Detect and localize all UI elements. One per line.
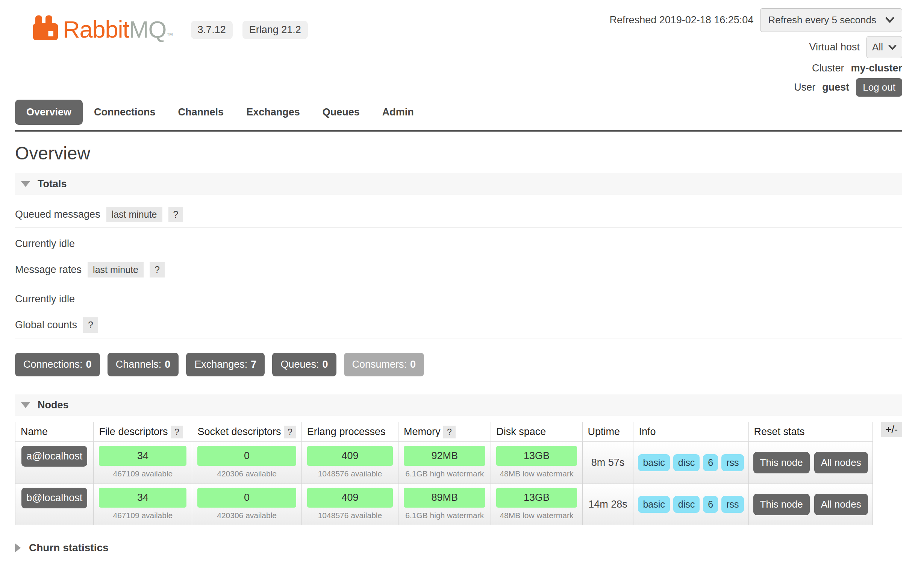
col-info-label: Info	[639, 426, 656, 437]
connections-count-badge[interactable]: Connections:0	[15, 353, 100, 376]
socket-descriptors-bar: 0	[197, 488, 296, 508]
queued-messages-status: Currently idle	[15, 238, 902, 250]
queued-messages-help[interactable]: ?	[168, 207, 183, 222]
col-uptime: Uptime	[582, 422, 633, 442]
connections-count-value: 0	[86, 359, 92, 370]
col-socket-descriptors: Socket descriptors ?	[192, 422, 301, 442]
reset-all-nodes-button[interactable]: All nodes	[814, 494, 868, 515]
col-memory-label: Memory	[404, 426, 441, 437]
file-descriptors-cell: 34 467109 available	[94, 484, 192, 525]
channels-count-badge[interactable]: Channels:0	[108, 353, 179, 376]
node-name-badge[interactable]: b@localhost	[21, 488, 87, 508]
memory-cell: 89MB 6.1GB high watermark	[398, 484, 491, 525]
queues-count-value: 0	[322, 359, 328, 370]
info-cell: basic disc 6 rss	[633, 484, 748, 525]
global-counts-help[interactable]: ?	[83, 317, 98, 333]
disk-space-cell: 13GB 48MB low watermark	[491, 484, 582, 525]
chevron-down-icon	[888, 45, 897, 50]
message-rates-help[interactable]: ?	[150, 262, 165, 277]
memory-help[interactable]: ?	[443, 426, 456, 438]
virtual-host-row: Virtual host All	[809, 36, 902, 58]
reset-this-node-button[interactable]: This node	[753, 452, 810, 473]
socket-descriptors-bar: 0	[197, 446, 296, 466]
chevron-down-icon	[885, 17, 894, 23]
queued-messages-header: Queued messages last minute ?	[15, 195, 902, 228]
connections-count-label: Connections:	[23, 359, 83, 370]
socket-descriptors-help[interactable]: ?	[284, 426, 296, 438]
queued-messages-label: Queued messages	[15, 209, 100, 220]
brand-rabbit: Rabbit	[63, 16, 129, 42]
file-descriptors-detail: 467109 available	[97, 469, 189, 478]
col-info: Info	[633, 422, 748, 442]
erlang-processes-cell: 409 1048576 available	[301, 442, 398, 484]
memory-detail: 6.1GB high watermark	[401, 469, 488, 478]
exchanges-count-badge[interactable]: Exchanges:7	[186, 353, 265, 376]
exchanges-count-label: Exchanges:	[194, 359, 247, 370]
reset-stats-cell: This node All nodes	[748, 442, 872, 484]
global-counts-row: Connections:0 Channels:0 Exchanges:7 Que…	[15, 353, 902, 376]
disk-space-cell: 13GB 48MB low watermark	[491, 442, 582, 484]
info-badge-disc: disc	[673, 454, 700, 471]
column-toggle-button[interactable]: +/-	[881, 422, 902, 437]
user-row: User guest Log out	[794, 78, 902, 97]
socket-descriptors-cell: 0 420306 available	[192, 442, 301, 484]
triangle-right-icon	[15, 543, 21, 552]
message-rates-filter[interactable]: last minute	[88, 262, 144, 277]
queues-count-badge[interactable]: Queues:0	[272, 353, 336, 376]
churn-statistics-section[interactable]: Churn statistics	[15, 542, 902, 554]
memory-bar: 89MB	[404, 488, 485, 508]
file-descriptors-cell: 34 467109 available	[94, 442, 192, 484]
nodes-section-header[interactable]: Nodes	[15, 394, 902, 416]
reset-this-node-button[interactable]: This node	[753, 494, 810, 515]
tab-overview[interactable]: Overview	[15, 100, 83, 125]
node-name-cell: a@localhost	[15, 442, 94, 484]
disk-space-bar: 13GB	[496, 446, 577, 466]
file-descriptors-help[interactable]: ?	[171, 426, 183, 438]
tab-connections[interactable]: Connections	[83, 100, 167, 125]
refresh-interval-select[interactable]: Refresh every 5 seconds	[760, 8, 902, 32]
nodes-header-row: Name File descriptors ? Socket descripto…	[15, 422, 873, 442]
user-label: User	[794, 82, 815, 93]
node-name-cell: b@localhost	[15, 484, 94, 525]
col-reset-stats-label: Reset stats	[754, 426, 805, 437]
tab-exchanges[interactable]: Exchanges	[235, 100, 311, 125]
rabbit-icon	[32, 14, 59, 41]
tab-channels[interactable]: Channels	[167, 100, 235, 125]
file-descriptors-detail: 467109 available	[97, 511, 189, 520]
col-name-label: Name	[21, 426, 48, 437]
global-counts-header: Global counts ?	[15, 315, 902, 338]
info-badge-disc: disc	[673, 496, 700, 513]
queued-messages-filter[interactable]: last minute	[106, 207, 162, 222]
col-reset-stats: Reset stats	[748, 422, 872, 442]
info-badges: basic disc 6 rss	[636, 496, 745, 513]
triangle-down-icon	[21, 181, 30, 187]
page: RabbitMQ™ 3.7.12 Erlang 21.2 Refreshed 2…	[0, 0, 924, 561]
col-erlang-processes-label: Erlang processes	[307, 426, 386, 437]
col-disk-space-label: Disk space	[496, 426, 546, 437]
reset-all-nodes-button[interactable]: All nodes	[814, 452, 868, 473]
info-badge-basic: basic	[638, 454, 670, 471]
brand-mq: MQ	[129, 16, 166, 42]
message-rates-header: Message rates last minute ?	[15, 260, 902, 283]
node-row: b@localhost 34 467109 available 0 420306…	[15, 484, 873, 525]
info-badge-rss: rss	[721, 496, 744, 513]
version-badges: 3.7.12 Erlang 21.2	[191, 21, 308, 39]
virtual-host-select[interactable]: All	[866, 36, 902, 58]
consumers-count-badge[interactable]: Consumers:0	[344, 353, 424, 376]
nav-divider	[15, 130, 902, 132]
triangle-down-icon	[21, 402, 30, 408]
nodes-section-title: Nodes	[38, 399, 69, 411]
erlang-processes-bar: 409	[307, 446, 393, 466]
socket-descriptors-cell: 0 420306 available	[192, 484, 301, 525]
nav-tabs: Overview Connections Channels Exchanges …	[15, 100, 902, 125]
node-name-badge[interactable]: a@localhost	[21, 446, 87, 467]
message-rates-label: Message rates	[15, 264, 82, 276]
reset-stats-cell: This node All nodes	[748, 484, 872, 525]
info-badge-rss: rss	[721, 454, 744, 471]
logout-button[interactable]: Log out	[856, 78, 902, 97]
tab-queues[interactable]: Queues	[311, 100, 371, 125]
disk-space-bar: 13GB	[496, 488, 577, 508]
totals-section-header[interactable]: Totals	[15, 173, 902, 195]
tab-admin[interactable]: Admin	[371, 100, 425, 125]
uptime-cell: 14m 28s	[582, 484, 633, 525]
